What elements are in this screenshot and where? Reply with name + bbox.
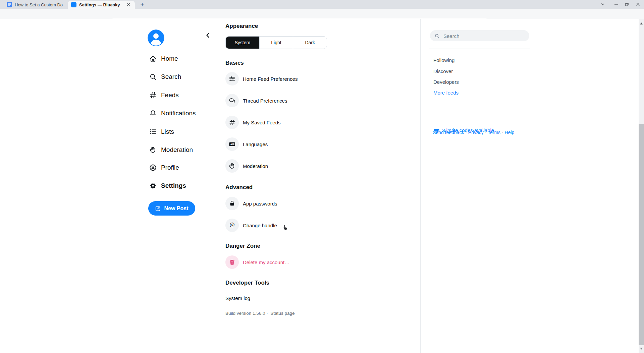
sidebar-item-home[interactable]: Home xyxy=(149,54,178,63)
browser-toolbar: bsky.app/settings a 9 G W x xyxy=(0,9,644,19)
feed-link-following[interactable]: Following xyxy=(433,57,454,63)
build-info: Build version 1.56.0 · Status page xyxy=(225,311,294,316)
sidebar-item-profile[interactable]: Profile xyxy=(149,163,179,172)
collapse-nav-button[interactable] xyxy=(204,31,212,39)
more-feeds-link[interactable]: More feeds xyxy=(433,90,459,96)
moderation-row[interactable]: Moderation xyxy=(225,159,268,173)
row-label: Delete my account… xyxy=(243,259,289,265)
scroll-up-arrow[interactable] xyxy=(640,22,643,24)
separator: · xyxy=(502,130,503,135)
compose-icon xyxy=(155,205,161,212)
bell-icon xyxy=(149,109,157,117)
sidebar-item-label: Home xyxy=(161,55,178,62)
scrollbar-thumb[interactable] xyxy=(639,124,644,345)
close-window-icon[interactable] xyxy=(634,0,642,8)
appearance-heading: Appearance xyxy=(225,23,258,30)
divider xyxy=(220,19,220,353)
sidebar-item-label: Feeds xyxy=(161,92,179,99)
theme-option-dark[interactable]: Dark xyxy=(293,37,327,49)
list-icon xyxy=(149,128,157,136)
lock-icon xyxy=(225,197,239,210)
home-icon xyxy=(149,55,157,63)
scroll-down-arrow[interactable] xyxy=(640,348,643,350)
minimize-window-icon[interactable] xyxy=(612,0,620,8)
feed-link-discover[interactable]: Discover xyxy=(433,68,453,74)
developer-tools-heading: Developer Tools xyxy=(225,280,269,286)
row-label: Moderation xyxy=(243,163,268,169)
hash-icon xyxy=(225,116,239,129)
app-passwords-row[interactable]: App passwords xyxy=(225,197,277,210)
divider xyxy=(429,49,530,49)
help-link[interactable]: Help xyxy=(505,130,515,135)
divider xyxy=(429,105,530,105)
sidebar-item-search[interactable]: Search xyxy=(149,72,181,81)
search-input[interactable] xyxy=(443,30,526,42)
invite-codes-link[interactable]: 3 invite codes available xyxy=(433,127,494,133)
status-page-link[interactable]: Status page xyxy=(270,311,294,316)
change-handle-row[interactable]: @ Change handle xyxy=(225,219,277,232)
sidebar-item-label: Notifications xyxy=(161,110,196,117)
bluesky-favicon-icon xyxy=(71,2,76,7)
theme-segmented-control: System Light Dark xyxy=(225,36,327,49)
new-post-label: New Post xyxy=(164,205,188,212)
close-tab-icon[interactable] xyxy=(126,2,131,7)
search-icon xyxy=(149,73,157,81)
row-label: Change handle xyxy=(243,223,277,228)
tab-custom-domain[interactable]: How to Set a Custom Domain xyxy=(3,1,66,9)
trash-icon xyxy=(225,255,239,269)
separator: · xyxy=(266,311,268,316)
hash-icon xyxy=(149,91,157,99)
new-tab-button[interactable]: + xyxy=(138,0,146,8)
tab-title: How to Set a Custom Domain xyxy=(15,2,63,7)
thread-preferences-row[interactable]: Thread Preferences xyxy=(225,94,287,107)
restore-window-icon[interactable] xyxy=(623,0,631,8)
at-icon: @ xyxy=(225,219,239,232)
docs-favicon-icon xyxy=(7,2,12,7)
feed-link-developers[interactable]: Developers xyxy=(433,79,459,85)
search-icon xyxy=(434,33,440,39)
tab-search-chevron-icon[interactable] xyxy=(599,0,607,8)
basics-heading: Basics xyxy=(225,60,244,66)
hand-icon xyxy=(149,146,157,154)
search-box[interactable] xyxy=(430,30,529,41)
sidebar-item-label: Search xyxy=(161,73,181,80)
divider xyxy=(420,19,421,353)
ticket-icon xyxy=(433,127,440,133)
theme-option-light[interactable]: Light xyxy=(260,37,293,49)
mouse-cursor-icon xyxy=(281,224,289,232)
new-post-button[interactable]: New Post xyxy=(148,201,195,216)
my-saved-feeds-row[interactable]: My Saved Feeds xyxy=(225,116,281,129)
theme-option-system[interactable]: System xyxy=(226,37,260,49)
screen: { "browser": { "tabs": [ {"title": "How … xyxy=(0,0,644,353)
languages-row[interactable]: A Languages xyxy=(225,137,268,151)
sidebar-item-moderation[interactable]: Moderation xyxy=(149,145,193,155)
browser-tab-bar: How to Set a Custom Domain Settings — Bl… xyxy=(0,0,644,9)
row-label: My Saved Feeds xyxy=(243,120,281,125)
divider xyxy=(429,122,530,122)
home-feed-preferences-row[interactable]: Home Feed Preferences xyxy=(225,72,298,85)
advanced-heading: Advanced xyxy=(225,184,253,191)
svg-text:@: @ xyxy=(229,222,234,228)
sliders-icon xyxy=(225,72,239,85)
hand-icon xyxy=(225,159,239,173)
sidebar-item-label: Profile xyxy=(161,164,179,171)
sidebar-item-notifications[interactable]: Notifications xyxy=(149,109,196,118)
sidebar-item-settings[interactable]: Settings xyxy=(149,181,186,190)
invite-codes-label: 3 invite codes available xyxy=(442,127,494,133)
row-label: App passwords xyxy=(243,201,277,207)
sidebar-item-feeds[interactable]: Feeds xyxy=(149,91,179,100)
gear-icon xyxy=(149,182,157,190)
sidebar-item-label: Moderation xyxy=(161,146,193,154)
translate-icon: A xyxy=(225,137,239,151)
sidebar-item-label: Settings xyxy=(161,182,186,189)
bluesky-settings-page: Home Search Feeds Notifications Lists Mo… xyxy=(0,19,644,353)
tab-title: Settings — Bluesky xyxy=(79,2,123,7)
delete-account-row[interactable]: Delete my account… xyxy=(225,255,289,269)
avatar[interactable] xyxy=(148,30,164,46)
system-log-link[interactable]: System log xyxy=(225,295,250,301)
person-circle-icon xyxy=(149,164,157,172)
build-version: Build version 1.56.0 xyxy=(225,311,265,316)
tab-settings-bluesky[interactable]: Settings — Bluesky xyxy=(68,1,135,9)
row-label: Home Feed Preferences xyxy=(243,76,298,82)
sidebar-item-lists[interactable]: Lists xyxy=(149,127,174,136)
